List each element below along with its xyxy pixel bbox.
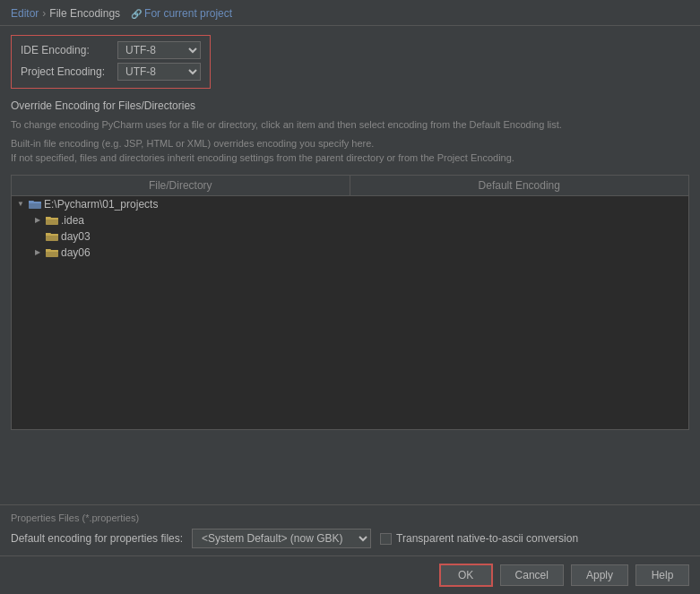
dialog: Editor › File Encodings 🔗 For current pr… xyxy=(0,0,700,594)
tree-label-day06: day06 xyxy=(61,246,91,259)
default-encoding-label: Default encoding for properties files: xyxy=(11,532,183,545)
tree-toggle-day06[interactable]: ▶ xyxy=(32,247,43,258)
for-current-project-label: For current project xyxy=(144,7,232,20)
tree-label-idea: .idea xyxy=(61,214,84,227)
properties-section: Properties Files (*.properties) Default … xyxy=(0,504,700,555)
properties-row: Default encoding for properties files: <… xyxy=(11,529,689,548)
properties-title: Properties Files (*.properties) xyxy=(11,512,689,523)
ide-encoding-row: IDE Encoding: UTF-8 UTF-16 ISO-8859-1 GB… xyxy=(21,41,201,59)
folder-icon-idea xyxy=(46,215,58,226)
tree-row[interactable]: day03 xyxy=(12,228,688,245)
for-current-project-link[interactable]: 🔗 For current project xyxy=(131,7,232,20)
tree-toggle-root[interactable]: ▼ xyxy=(15,199,26,210)
project-encoding-row: Project Encoding: UTF-8 UTF-16 ISO-8859-… xyxy=(21,63,201,81)
override-desc-line2: Built-in file encoding (e.g. JSP, HTML o… xyxy=(11,136,689,151)
tree-label-day03: day03 xyxy=(61,230,91,243)
breadcrumb-current: File Encodings xyxy=(49,7,120,20)
tree-toggle-idea[interactable]: ▶ xyxy=(32,215,43,226)
override-desc-line1: To change encoding PyCharm uses for a fi… xyxy=(11,117,689,133)
override-title: Override Encoding for Files/Directories xyxy=(11,99,689,112)
default-encoding-select[interactable]: <System Default> (now GBK) UTF-8 UTF-16 … xyxy=(192,529,371,548)
override-desc: To change encoding PyCharm uses for a fi… xyxy=(11,117,689,166)
override-desc-line3: If not specified, files and directories … xyxy=(11,151,689,166)
folder-icon-day03 xyxy=(46,231,58,242)
tree-row[interactable]: ▶ .idea xyxy=(12,212,688,228)
breadcrumb-editor[interactable]: Editor xyxy=(11,7,39,20)
folder-icon-day06 xyxy=(46,247,58,258)
main-content: IDE Encoding: UTF-8 UTF-16 ISO-8859-1 GB… xyxy=(0,26,700,504)
header: Editor › File Encodings 🔗 For current pr… xyxy=(0,0,700,26)
apply-button[interactable]: Apply xyxy=(571,564,628,586)
project-encoding-label: Project Encoding: xyxy=(21,65,110,78)
cancel-button[interactable]: Cancel xyxy=(500,564,564,586)
col-file-directory: File/Directory xyxy=(12,176,350,195)
encoding-section: IDE Encoding: UTF-8 UTF-16 ISO-8859-1 GB… xyxy=(11,35,211,89)
link-icon: 🔗 xyxy=(131,9,142,19)
table-body[interactable]: ▼ E:\Pycharm\01_projects ▶ xyxy=(12,196,688,429)
col-default-encoding: Default Encoding xyxy=(350,176,689,195)
tree-row[interactable]: ▶ day06 xyxy=(12,245,688,261)
transparent-conversion-checkbox[interactable] xyxy=(380,533,392,545)
checkbox-row: Transparent native-to-ascii conversion xyxy=(380,532,578,545)
folder-icon-root xyxy=(29,199,41,210)
footer: OK Cancel Apply Help xyxy=(0,555,700,594)
ide-encoding-select[interactable]: UTF-8 UTF-16 ISO-8859-1 GBK xyxy=(117,41,201,59)
breadcrumb-sep: › xyxy=(42,7,46,20)
tree-label-root: E:\Pycharm\01_projects xyxy=(44,198,158,211)
project-encoding-select[interactable]: UTF-8 UTF-16 ISO-8859-1 GBK xyxy=(117,63,201,81)
help-button[interactable]: Help xyxy=(635,564,689,586)
ide-encoding-label: IDE Encoding: xyxy=(21,44,110,56)
tree-row[interactable]: ▼ E:\Pycharm\01_projects xyxy=(12,196,688,212)
table-header: File/Directory Default Encoding xyxy=(12,176,688,196)
ok-button[interactable]: OK xyxy=(439,564,493,587)
transparent-conversion-label: Transparent native-to-ascii conversion xyxy=(396,532,578,545)
file-directory-table: File/Directory Default Encoding ▼ E:\Pyc… xyxy=(11,175,689,430)
